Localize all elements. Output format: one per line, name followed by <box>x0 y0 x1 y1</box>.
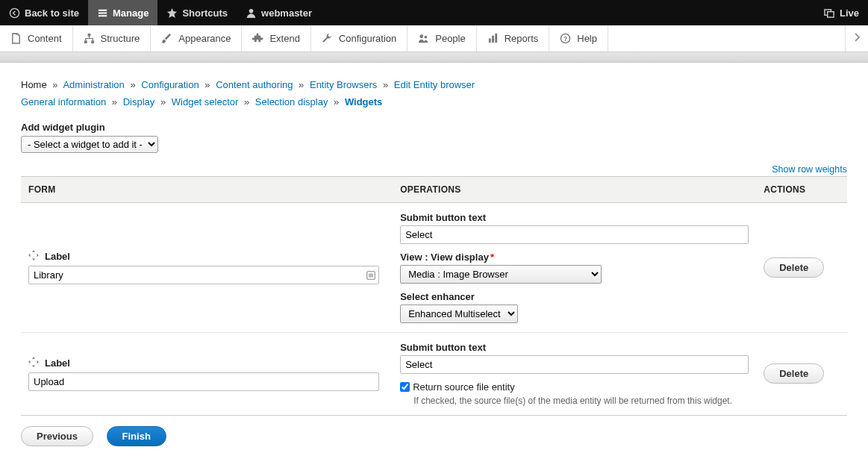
live-toggle[interactable]: Live <box>815 0 868 25</box>
widget-label-title: Label <box>45 357 70 369</box>
svg-text:?: ? <box>563 35 567 43</box>
header-separator <box>0 52 868 63</box>
svg-rect-11 <box>495 34 497 43</box>
admin-toolbar-top: Back to site Manage Shortcuts webmaster … <box>0 0 868 25</box>
shortcuts-toggle[interactable]: Shortcuts <box>157 0 237 25</box>
submit-text-label: Submit button text <box>400 212 749 223</box>
arrow-left-circle-icon <box>9 7 20 19</box>
return-source-description: If checked, the source file(s) of the me… <box>413 396 749 406</box>
crumb-widget-selector[interactable]: Widget selector <box>172 96 239 107</box>
live-label: Live <box>840 7 859 19</box>
menu-appearance[interactable]: Appearance <box>151 25 242 51</box>
view-display-label: View : View display* <box>400 252 749 263</box>
crumb-selection-display[interactable]: Selection display <box>255 96 328 107</box>
paintbrush-icon <box>161 33 172 44</box>
crumb-home[interactable]: Home <box>21 79 47 90</box>
page-icon <box>10 33 22 44</box>
crumb-entity-browsers[interactable]: Entity Browsers <box>310 79 377 90</box>
crumb-widgets: Widgets <box>345 96 382 107</box>
finish-button[interactable]: Finish <box>107 426 166 446</box>
svg-rect-9 <box>489 39 491 43</box>
svg-point-0 <box>10 8 19 17</box>
bar-chart-icon <box>487 33 499 44</box>
help-icon: ? <box>560 33 571 44</box>
enhancer-select[interactable]: Enhanced Multiselect <box>400 304 518 323</box>
breadcrumb: Home » Administration » Configuration » … <box>21 76 847 111</box>
svg-rect-10 <box>492 36 494 43</box>
enhancer-label: Select enhancer <box>400 291 749 302</box>
menu-structure[interactable]: Structure <box>73 25 152 51</box>
delete-button[interactable]: Delete <box>764 363 824 384</box>
col-operations: OPERATIONS <box>393 176 756 202</box>
submit-text-input[interactable] <box>400 355 749 374</box>
back-to-site[interactable]: Back to site <box>0 0 88 25</box>
form-actions: Previous Finish <box>21 426 847 446</box>
widgets-table: FORM OPERATIONS ACTIONS Label <box>21 176 847 416</box>
hierarchy-icon <box>84 33 95 44</box>
svg-rect-3 <box>828 11 834 17</box>
previous-button[interactable]: Previous <box>21 426 93 446</box>
svg-point-8 <box>425 36 428 39</box>
back-to-site-label: Back to site <box>25 7 79 19</box>
svg-point-1 <box>249 8 254 13</box>
svg-rect-5 <box>84 40 87 43</box>
svg-rect-16 <box>370 273 371 277</box>
star-icon <box>166 7 178 19</box>
svg-rect-17 <box>372 273 372 277</box>
windows-icon <box>824 7 835 19</box>
drag-handle-icon[interactable] <box>28 357 39 369</box>
svg-rect-6 <box>91 40 94 43</box>
shortcuts-label: Shortcuts <box>182 7 228 19</box>
admin-toolbar-menu: Content Structure Appearance Extend Conf… <box>0 25 868 52</box>
col-actions: ACTIONS <box>756 176 847 202</box>
crumb-configuration[interactable]: Configuration <box>141 79 199 90</box>
manage-toggle[interactable]: Manage <box>88 0 157 25</box>
hamburger-icon <box>97 7 108 19</box>
user-menu[interactable]: webmaster <box>237 0 321 25</box>
svg-rect-4 <box>87 34 90 37</box>
svg-rect-15 <box>369 273 369 277</box>
widget-label-title: Label <box>45 251 70 262</box>
return-source-checkbox[interactable] <box>400 382 410 392</box>
crumb-edit-entity-browser[interactable]: Edit Entity browser <box>394 79 475 90</box>
machine-name-icon[interactable] <box>366 270 376 281</box>
menu-people[interactable]: People <box>408 25 476 51</box>
people-icon <box>418 33 429 44</box>
user-icon <box>246 7 257 19</box>
add-widget-label: Add widget plugin <box>21 122 847 133</box>
manage-label: Manage <box>113 7 149 19</box>
delete-button[interactable]: Delete <box>764 257 824 278</box>
widget-row: Label Submit button text Return source f… <box>21 332 847 415</box>
chevron-right-icon <box>853 32 861 45</box>
toolbar-overflow[interactable] <box>845 25 868 51</box>
return-source-label: Return source file entity <box>413 381 515 393</box>
user-label: webmaster <box>261 7 312 19</box>
wrench-icon <box>322 33 333 44</box>
view-display-select[interactable]: Media : Image Browser <box>400 265 602 284</box>
add-widget-select[interactable]: - Select a widget to add it - <box>21 136 158 153</box>
crumb-display[interactable]: Display <box>123 96 155 107</box>
menu-help[interactable]: ? Help <box>549 25 608 51</box>
menu-configuration[interactable]: Configuration <box>311 25 408 51</box>
widget-label-input[interactable] <box>28 372 379 391</box>
widget-label-input[interactable] <box>28 266 379 284</box>
submit-text-label: Submit button text <box>400 342 749 353</box>
show-row-weights-link[interactable]: Show row weights <box>772 164 847 175</box>
crumb-administration[interactable]: Administration <box>63 79 124 90</box>
crumb-general-information[interactable]: General information <box>21 96 106 107</box>
submit-text-input[interactable] <box>400 225 749 244</box>
menu-extend[interactable]: Extend <box>242 25 310 51</box>
svg-point-7 <box>420 34 424 38</box>
puzzle-icon <box>252 33 263 44</box>
col-form: FORM <box>21 176 393 202</box>
drag-handle-icon[interactable] <box>28 250 39 263</box>
menu-content[interactable]: Content <box>0 25 73 51</box>
widget-row: Label Submit button text <box>21 202 847 332</box>
crumb-content-authoring[interactable]: Content authoring <box>216 79 293 90</box>
menu-reports[interactable]: Reports <box>477 25 550 51</box>
